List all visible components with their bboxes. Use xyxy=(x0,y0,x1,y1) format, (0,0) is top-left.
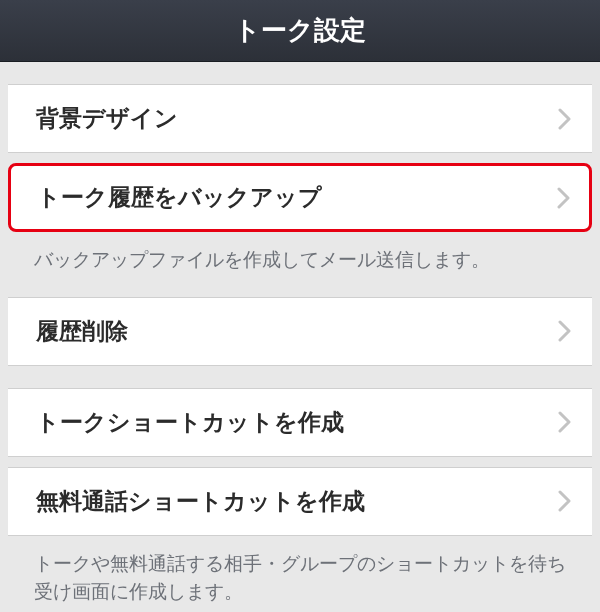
settings-content: 背景デザイン トーク履歴をバックアップ バックアップファイルを作成してメール送信… xyxy=(0,84,600,607)
item-label: 無料通話ショートカットを作成 xyxy=(36,486,365,517)
free-call-shortcut-item[interactable]: 無料通話ショートカットを作成 xyxy=(8,467,592,536)
chevron-right-icon xyxy=(558,410,572,434)
delete-history-item[interactable]: 履歴削除 xyxy=(8,297,592,366)
backup-talk-history-item[interactable]: トーク履歴をバックアップ xyxy=(8,163,592,232)
item-label: トーク履歴をバックアップ xyxy=(37,182,322,213)
item-label: 履歴削除 xyxy=(36,316,128,347)
item-label: トークショートカットを作成 xyxy=(36,407,344,438)
group-footer: バックアップファイルを作成してメール送信します。 xyxy=(0,232,600,275)
chevron-right-icon xyxy=(557,186,571,210)
chevron-right-icon xyxy=(558,489,572,513)
settings-group: 履歴削除 xyxy=(0,297,600,366)
chevron-right-icon xyxy=(558,107,572,131)
settings-group: 背景デザイン トーク履歴をバックアップ バックアップファイルを作成してメール送信… xyxy=(0,84,600,275)
group-footer: トークや無料通話する相手・グループのショートカットを待ち受け画面に作成します。 xyxy=(0,536,600,607)
header: トーク設定 xyxy=(0,0,600,62)
background-design-item[interactable]: 背景デザイン xyxy=(8,84,592,153)
talk-shortcut-item[interactable]: トークショートカットを作成 xyxy=(8,388,592,457)
chevron-right-icon xyxy=(558,319,572,343)
item-label: 背景デザイン xyxy=(36,103,178,134)
page-title: トーク設定 xyxy=(234,13,366,48)
settings-group: トークショートカットを作成 無料通話ショートカットを作成 トークや無料通話する相… xyxy=(0,388,600,607)
